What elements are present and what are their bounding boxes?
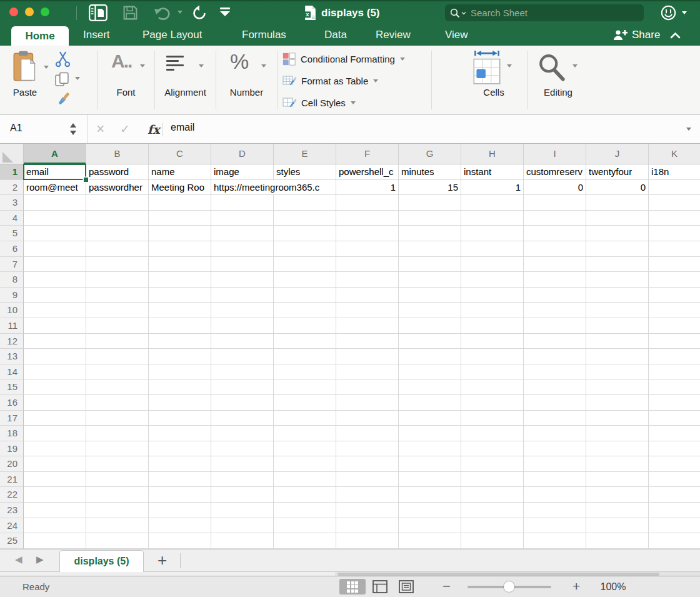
number-dropdown-icon[interactable] — [261, 64, 266, 68]
formula-input[interactable]: email — [171, 122, 194, 133]
cell-C2[interactable]: Meeting Roo — [149, 180, 211, 196]
redo-icon[interactable] — [191, 5, 208, 23]
cell-F19[interactable] — [336, 441, 399, 457]
undo-dropdown-icon[interactable] — [178, 11, 182, 14]
cell-C25[interactable] — [149, 533, 211, 549]
cell-J1[interactable]: twentyfour — [586, 164, 649, 180]
row-header-15[interactable]: 15 — [0, 379, 24, 395]
cell-K15[interactable] — [649, 379, 700, 395]
cell-I8[interactable] — [524, 272, 586, 288]
cell-G25[interactable] — [399, 533, 461, 549]
cell-I6[interactable] — [524, 241, 586, 257]
cell-K8[interactable] — [649, 272, 700, 288]
cell-C21[interactable] — [149, 472, 211, 488]
cell-E8[interactable] — [274, 272, 336, 288]
editing-dropdown-icon[interactable] — [572, 64, 578, 68]
cell-J23[interactable] — [586, 503, 649, 518]
previous-sheet-icon[interactable]: ◀ — [15, 554, 22, 565]
cell-J10[interactable] — [586, 303, 649, 318]
cell-B20[interactable] — [86, 456, 149, 472]
cell-A8[interactable] — [24, 272, 86, 288]
cell-A9[interactable] — [24, 288, 86, 303]
cell-A11[interactable] — [24, 318, 86, 334]
cell-I22[interactable] — [524, 487, 586, 503]
cell-C23[interactable] — [149, 503, 211, 518]
cell-G10[interactable] — [399, 303, 461, 318]
tab-formulas[interactable]: Formulas — [242, 29, 286, 41]
row-header-20[interactable]: 20 — [0, 456, 24, 472]
cell-G11[interactable] — [399, 318, 461, 334]
cell-A12[interactable] — [24, 334, 86, 349]
cell-A18[interactable] — [24, 426, 86, 441]
cell-D20[interactable] — [211, 456, 274, 472]
cell-G4[interactable] — [399, 211, 461, 226]
cell-C24[interactable] — [149, 518, 211, 534]
row-header-17[interactable]: 17 — [0, 411, 24, 426]
cell-K18[interactable] — [649, 426, 700, 441]
cell-I10[interactable] — [524, 303, 586, 318]
normal-view-icon[interactable] — [339, 579, 366, 594]
cell-J7[interactable] — [586, 257, 649, 273]
cell-E3[interactable] — [274, 195, 336, 211]
cell-F13[interactable] — [336, 349, 399, 364]
cell-K23[interactable] — [649, 503, 700, 518]
cell-A5[interactable] — [24, 226, 86, 241]
cell-I25[interactable] — [524, 533, 586, 549]
cell-F24[interactable] — [336, 518, 399, 534]
cell-J6[interactable] — [586, 241, 649, 257]
row-header-16[interactable]: 16 — [0, 395, 24, 411]
cell-E11[interactable] — [274, 318, 336, 334]
cell-E19[interactable] — [274, 441, 336, 457]
cell-I7[interactable] — [524, 257, 586, 273]
cell-C3[interactable] — [149, 195, 211, 211]
cell-G8[interactable] — [399, 272, 461, 288]
cell-F5[interactable] — [336, 226, 399, 241]
copy-icon[interactable] — [55, 72, 69, 89]
cell-K13[interactable] — [649, 349, 700, 364]
cell-G16[interactable] — [399, 395, 461, 411]
cell-J15[interactable] — [586, 379, 649, 395]
cell-G14[interactable] — [399, 364, 461, 380]
cell-B14[interactable] — [86, 364, 149, 380]
name-box-spinner-up-icon[interactable] — [70, 123, 76, 128]
cell-B1[interactable]: password — [86, 164, 149, 180]
cell-F6[interactable] — [336, 241, 399, 257]
cell-D19[interactable] — [211, 441, 274, 457]
cell-K22[interactable] — [649, 487, 700, 503]
cell-B7[interactable] — [86, 257, 149, 273]
page-layout-view-icon[interactable] — [372, 580, 388, 595]
cell-K19[interactable] — [649, 441, 700, 457]
zoom-in-button[interactable]: + — [569, 578, 584, 594]
cell-E7[interactable] — [274, 257, 336, 273]
cell-J22[interactable] — [586, 487, 649, 503]
row-header-23[interactable]: 23 — [0, 503, 24, 518]
cell-H14[interactable] — [461, 364, 524, 380]
cell-I16[interactable] — [524, 395, 586, 411]
row-header-8[interactable]: 8 — [0, 272, 24, 288]
cell-A17[interactable] — [24, 411, 86, 426]
zoom-percentage[interactable]: 100% — [594, 581, 632, 593]
row-header-12[interactable]: 12 — [0, 334, 24, 349]
cell-H22[interactable] — [461, 487, 524, 503]
tab-view[interactable]: View — [445, 29, 468, 41]
alignment-dropdown-icon[interactable] — [199, 64, 204, 68]
cell-H17[interactable] — [461, 411, 524, 426]
cell-D23[interactable] — [211, 503, 274, 518]
cell-F12[interactable] — [336, 334, 399, 349]
paste-button[interactable] — [12, 51, 39, 86]
cell-G18[interactable] — [399, 426, 461, 441]
cell-B12[interactable] — [86, 334, 149, 349]
cell-I21[interactable] — [524, 472, 586, 488]
cell-D11[interactable] — [211, 318, 274, 334]
cell-A21[interactable] — [24, 472, 86, 488]
cell-G15[interactable] — [399, 379, 461, 395]
row-header-18[interactable]: 18 — [0, 426, 24, 441]
cell-E10[interactable] — [274, 303, 336, 318]
column-header-F[interactable]: F — [336, 144, 399, 164]
cell-C7[interactable] — [149, 257, 211, 273]
cell-F23[interactable] — [336, 503, 399, 518]
cell-D12[interactable] — [211, 334, 274, 349]
cell-C15[interactable] — [149, 379, 211, 395]
cell-G5[interactable] — [399, 226, 461, 241]
cell-K24[interactable] — [649, 518, 700, 534]
